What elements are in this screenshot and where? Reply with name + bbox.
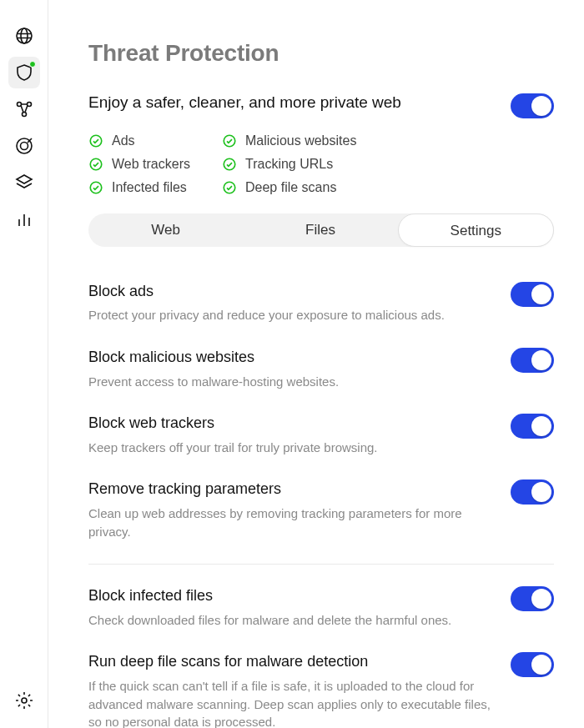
toggle-deep-file-scans[interactable] (511, 652, 554, 677)
setting-remove-tracking-parameters: Remove tracking parameters Clean up web … (88, 473, 554, 557)
stats-icon (14, 209, 34, 229)
setting-title: Run deep file scans for malware detectio… (88, 652, 497, 671)
check-circle-icon (88, 133, 103, 148)
tabs: Web Files Settings (88, 213, 554, 247)
svg-point-0 (17, 28, 32, 43)
setting-title: Block infected files (88, 586, 497, 605)
svg-point-6 (20, 143, 28, 150)
tab-files[interactable]: Files (243, 213, 397, 247)
feature-ads: Ads (88, 133, 222, 148)
setting-desc: If the quick scan can't tell if a file i… (88, 677, 497, 728)
setting-block-web-trackers: Block web trackers Keep trackers off you… (88, 407, 554, 473)
master-toggle[interactable] (511, 93, 554, 118)
settings-list: Block ads Protect your privacy and reduc… (88, 275, 554, 728)
gear-icon (14, 690, 34, 710)
globe-icon (14, 26, 34, 46)
setting-title: Block web trackers (88, 414, 497, 433)
sidebar-item-layers[interactable] (8, 167, 40, 198)
hero-tagline: Enjoy a safer, cleaner, and more private… (88, 93, 401, 112)
layers-icon (14, 173, 34, 193)
setting-block-infected-files: Block infected files Check downloaded fi… (88, 580, 554, 645)
feature-infected-files: Infected files (88, 180, 222, 195)
sidebar-item-settings[interactable] (8, 685, 40, 716)
network-icon (14, 99, 34, 119)
hero-row: Enjoy a safer, cleaner, and more private… (88, 93, 554, 118)
toggle-block-malicious-websites[interactable] (511, 348, 554, 373)
sidebar-item-shield[interactable] (8, 57, 40, 88)
toggle-remove-tracking-parameters[interactable] (511, 479, 554, 505)
check-circle-icon (88, 180, 103, 195)
toggle-block-infected-files[interactable] (511, 586, 554, 611)
setting-block-ads: Block ads Protect your privacy and reduc… (88, 275, 554, 341)
sidebar-item-globe[interactable] (8, 20, 40, 52)
setting-title: Remove tracking parameters (88, 479, 497, 499)
check-circle-icon (222, 180, 237, 195)
svg-point-4 (22, 113, 26, 117)
sidebar-item-target[interactable] (8, 130, 40, 162)
setting-desc: Protect your privacy and reduce your exp… (88, 306, 497, 324)
setting-block-malicious-websites: Block malicious websites Prevent access … (88, 341, 554, 407)
sidebar-item-meshnet[interactable] (8, 93, 40, 125)
tab-web[interactable]: Web (88, 213, 243, 247)
setting-desc: Check downloaded files for malware and d… (88, 611, 497, 630)
setting-title: Block ads (88, 282, 497, 301)
check-circle-icon (88, 157, 103, 172)
page-title: Threat Protection (88, 40, 554, 67)
status-badge (29, 61, 36, 68)
sidebar (0, 0, 48, 728)
setting-deep-file-scans: Run deep file scans for malware detectio… (88, 645, 554, 728)
setting-desc: Keep trackers off your trail for truly p… (88, 439, 497, 457)
feature-malicious-websites: Malicious websites (222, 133, 405, 148)
feature-web-trackers: Web trackers (88, 157, 222, 172)
setting-desc: Clean up web addresses by removing track… (88, 505, 497, 541)
check-circle-icon (222, 157, 237, 172)
check-circle-icon (222, 133, 237, 148)
toggle-block-ads[interactable] (511, 282, 554, 307)
section-divider (88, 564, 554, 565)
sidebar-item-stats[interactable] (8, 203, 40, 235)
svg-point-7 (22, 698, 27, 703)
feature-tracking-urls: Tracking URLs (222, 157, 405, 172)
feature-grid: Ads Malicious websites Web trackers Trac… (88, 133, 554, 195)
main-content: Threat Protection Enjoy a safer, cleaner… (48, 0, 584, 728)
setting-title: Block malicious websites (88, 348, 497, 367)
tab-settings[interactable]: Settings (398, 213, 554, 247)
feature-deep-file-scans: Deep file scans (222, 180, 405, 195)
toggle-block-web-trackers[interactable] (511, 414, 554, 439)
setting-desc: Prevent access to malware-hosting websit… (88, 373, 497, 391)
target-icon (14, 136, 34, 156)
svg-point-1 (21, 28, 28, 43)
